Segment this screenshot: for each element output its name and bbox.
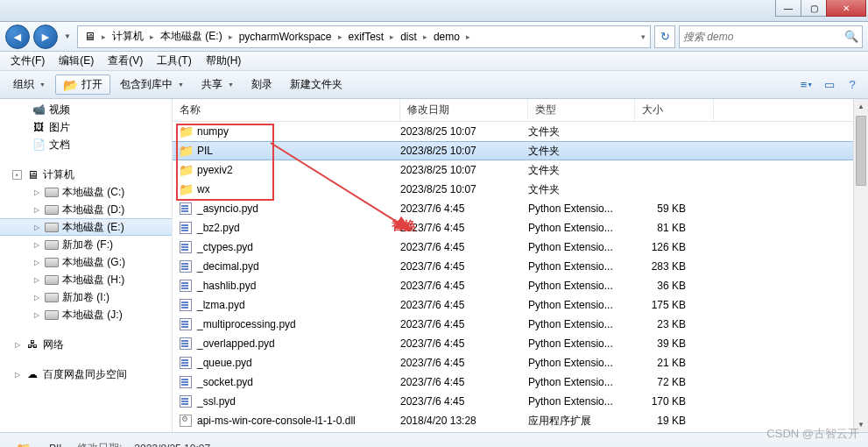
nav-history-dropdown[interactable]: ▼ [61,27,74,46]
close-button[interactable]: ✕ [826,0,866,17]
nav-forward-button[interactable]: ► [33,25,58,49]
column-size[interactable]: 大小 [635,99,714,121]
tree-network[interactable]: ▷🖧网络 [0,336,172,353]
tree-item[interactable]: 🖼图片 [0,118,172,136]
expand-icon[interactable]: ▷ [32,188,41,197]
nav-tree[interactable]: 📹视频🖼图片📄文档▪🖥计算机▷本地磁盘 (C:)▷本地磁盘 (D:)▷本地磁盘 … [0,99,173,432]
file-row[interactable]: _decimal.pyd2023/7/6 4:45Python Extensio… [173,257,868,276]
file-date: 2023/8/25 10:07 [400,164,528,176]
include-button[interactable]: 包含到库中▼ [112,74,192,96]
file-size: 170 KB [635,395,696,408]
maximize-button[interactable]: ▢ [801,0,827,17]
breadcrumb-separator[interactable]: ▸ [99,32,109,41]
file-row[interactable]: _multiprocessing.pyd2023/7/6 4:45Python … [173,315,868,334]
file-size: 19 KB [635,415,696,427]
file-row[interactable]: 📁numpy2023/8/25 10:07文件夹 [173,122,868,141]
tree-drive[interactable]: ▷本地磁盘 (J:) [0,306,172,323]
tree-item[interactable]: 📹视频 [0,101,172,118]
scroll-down-button[interactable]: ▼ [854,417,868,432]
breadcrumb-separator[interactable]: ▸ [147,32,157,41]
tree-drive[interactable]: ▷本地磁盘 (C:) [0,183,172,201]
expand-icon[interactable]: ▷ [12,370,22,380]
file-row[interactable]: 📁PIL2023/8/25 10:07文件夹 [173,141,868,160]
preview-pane-button[interactable]: ▭ [819,75,840,95]
vertical-scrollbar[interactable]: ▲ ▼ [853,99,868,432]
column-date[interactable]: 修改日期 [400,99,528,121]
tree-drive[interactable]: ▷本地磁盘 (E:) [0,218,172,236]
file-row[interactable]: _socket.pyd2023/7/6 4:45Python Extensio.… [173,372,868,392]
file-row[interactable]: 📁wx2023/8/25 10:07文件夹 [173,180,868,199]
breadcrumb-separator[interactable]: ▸ [420,32,430,41]
tree-drive[interactable]: ▷本地磁盘 (H:) [0,271,172,288]
search-box[interactable]: 🔍 [679,25,863,48]
menu-file[interactable]: 文件(F) [4,52,52,70]
tree-item[interactable]: 📄文档 [0,136,172,153]
tree-drive[interactable]: ▷新加卷 (I:) [0,288,172,306]
file-row[interactable]: api-ms-win-core-datetime-l1-1-0.dll2018/… [173,430,868,432]
breadcrumb-item[interactable]: dist [397,26,420,47]
file-row[interactable]: _bz2.pyd2023/7/6 4:45Python Extensio...8… [173,218,868,238]
tree-computer[interactable]: ▪🖥计算机 [0,166,172,183]
tree-drive[interactable]: ▷本地磁盘 (D:) [0,201,172,218]
help-button[interactable]: ? [842,75,863,95]
view-mode-button[interactable]: ≡▼ [796,75,817,95]
breadcrumb-item[interactable]: 本地磁盘 (E:) [157,26,226,47]
expand-icon[interactable]: ▷ [32,310,41,320]
breadcrumb-bar[interactable]: 🖥 ▸ 计算机 ▸ 本地磁盘 (E:) ▸ pycharmWorkspace ▸… [77,25,651,48]
file-row[interactable]: _ssl.pyd2023/7/6 4:45Python Extensio...1… [173,392,868,411]
breadcrumb-item[interactable]: pycharmWorkspace [236,26,335,47]
scroll-thumb[interactable] [856,116,866,186]
file-row[interactable]: _overlapped.pyd2023/7/6 4:45Python Exten… [173,334,868,353]
expand-icon[interactable]: ▷ [32,240,41,250]
tree-baidu[interactable]: ▷☁百度网盘同步空间 [0,365,172,383]
breadcrumb-separator[interactable]: ▸ [335,32,345,41]
breadcrumb-separator[interactable]: ▸ [463,32,473,41]
expand-icon[interactable]: ▷ [32,258,41,267]
file-row[interactable]: _lzma.pyd2023/7/6 4:45Python Extensio...… [173,295,868,315]
file-list[interactable]: 替换 📁numpy2023/8/25 10:07文件夹📁PIL2023/8/25… [173,122,868,432]
expand-icon[interactable]: ▷ [32,223,41,232]
expand-icon[interactable]: ▷ [32,275,41,285]
file-row[interactable]: _hashlib.pyd2023/7/6 4:45Python Extensio… [173,276,868,295]
expand-icon[interactable]: ▪ [12,170,22,180]
file-row[interactable]: _queue.pyd2023/7/6 4:45Python Extensio..… [173,353,868,372]
file-row[interactable]: _ctypes.pyd2023/7/6 4:45Python Extensio.… [173,238,868,257]
column-name[interactable]: 名称 [173,99,400,121]
pyd-file-icon [180,241,192,253]
tree-drive[interactable]: ▷新加卷 (F:) [0,236,172,253]
new-folder-button[interactable]: 新建文件夹 [282,74,350,96]
file-row[interactable]: 📁pyexiv22023/8/25 10:07文件夹 [173,160,868,180]
menu-view[interactable]: 查看(V) [101,52,150,70]
search-input[interactable] [683,31,844,43]
tree-drive[interactable]: ▷本地磁盘 (G:) [0,253,172,271]
minimize-button[interactable]: — [775,0,801,17]
search-icon[interactable]: 🔍 [844,30,858,43]
file-date: 2023/7/6 4:45 [400,202,528,215]
expand-icon[interactable]: ▷ [32,205,41,215]
breadcrumb-dropdown[interactable]: ▾ [639,32,648,41]
refresh-button[interactable]: ↻ [654,25,675,48]
expand-icon[interactable]: ▷ [32,293,41,302]
burn-button[interactable]: 刻录 [243,74,280,96]
menu-edit[interactable]: 编辑(E) [52,52,101,70]
share-button[interactable]: 共享▼ [194,74,242,96]
menu-tools[interactable]: 工具(T) [150,52,198,70]
breadcrumb-item[interactable]: demo [430,26,463,47]
statusbar-date-label: 修改日期: [77,441,122,447]
tree-label: 本地磁盘 (E:) [62,220,124,235]
scroll-up-button[interactable]: ▲ [854,99,868,114]
file-row[interactable]: api-ms-win-core-console-l1-1-0.dll2018/4… [173,411,868,430]
breadcrumb-item[interactable]: exifTest [345,26,388,47]
file-name: _ctypes.pyd [194,241,400,253]
file-row[interactable]: _asyncio.pyd2023/7/6 4:45Python Extensio… [173,199,868,218]
organize-button[interactable]: 组织▼ [5,74,53,96]
column-type[interactable]: 类型 [528,99,635,121]
nav-back-button[interactable]: ◄ [5,25,30,49]
breadcrumb-separator[interactable]: ▸ [226,32,236,41]
open-button[interactable]: 📂 打开 [55,74,110,95]
menu-help[interactable]: 帮助(H) [199,52,249,70]
breadcrumb-item[interactable]: 计算机 [109,26,147,47]
file-name: _hashlib.pyd [194,280,400,292]
expand-icon[interactable]: ▷ [12,340,22,350]
breadcrumb-separator[interactable]: ▸ [387,32,397,41]
